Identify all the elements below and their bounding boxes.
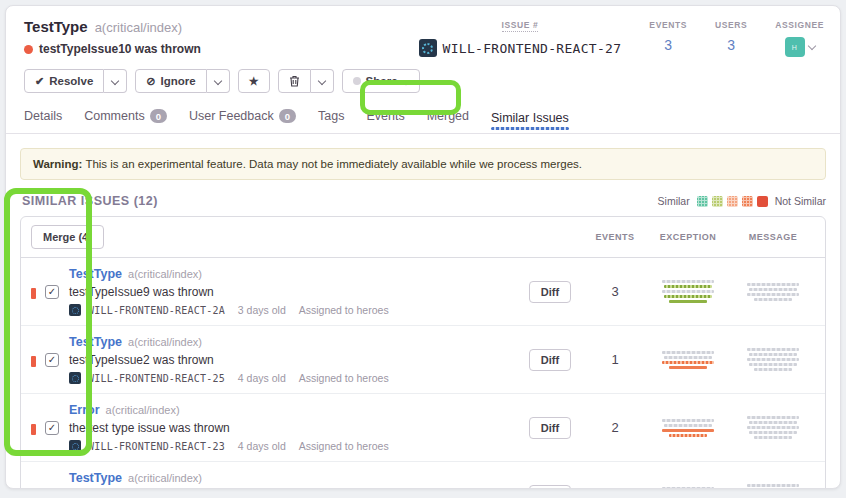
error-level-bar — [31, 356, 36, 367]
assignee-label: ASSIGNEE — [775, 20, 824, 30]
unresolved-dot-icon — [24, 45, 33, 54]
similar-issue-row: ✓ TestType a(critical/index) testTypeIss… — [21, 462, 825, 489]
column-header-events: EVENTS — [585, 232, 645, 242]
stat-users: USERS 3 — [715, 20, 747, 57]
row-checkbox[interactable]: ✓ — [45, 353, 59, 367]
similar-issue-row: ✓ TestType a(critical/index) testTypeIss… — [21, 326, 825, 394]
issue-detail-card: TestType a(critical/index) testTypeIssue… — [5, 5, 841, 489]
tab-events[interactable]: Events — [366, 109, 404, 133]
issue-header: TestType a(critical/index) testTypeIssue… — [6, 6, 840, 57]
platform-icon — [69, 440, 81, 452]
issue-title-link[interactable]: TestType — [69, 471, 122, 485]
issue-age: 4 days old — [238, 440, 286, 452]
action-toolbar: ✔ Resolve ⊘ Ignore ★ Share — [6, 57, 840, 93]
star-icon: ★ — [249, 76, 259, 87]
issue-title-link[interactable]: TestType — [69, 335, 122, 349]
diff-button[interactable]: Diff — [529, 485, 571, 490]
delete-button[interactable] — [278, 69, 311, 93]
tab-merged[interactable]: Merged — [427, 109, 469, 133]
row-checkbox[interactable]: ✓ — [45, 489, 59, 490]
error-level-bar — [31, 288, 36, 299]
legend-similar-label: Similar — [658, 195, 690, 207]
issue-title-link[interactable]: Error — [69, 403, 100, 417]
tab-comments[interactable]: Comments0 — [84, 109, 167, 133]
issue-assigned: Assigned to heroes — [299, 304, 389, 316]
issue-culprit: a(critical/index) — [95, 20, 182, 35]
row-checkbox[interactable]: ✓ — [45, 421, 59, 435]
issue-assigned: Assigned to heroes — [299, 440, 389, 452]
issue-header-left: TestType a(critical/index) testTypeIssue… — [24, 18, 201, 57]
check-icon: ✔ — [35, 76, 44, 87]
similar-issue-row: ✓ TestType a(critical/index) testTypeIss… — [21, 258, 825, 326]
message-similarity-thumbnail — [731, 348, 815, 371]
issue-title: TestType — [24, 18, 88, 35]
message-similarity-thumbnail — [731, 484, 815, 489]
row-events-count: 2 — [585, 420, 645, 435]
message-similarity-thumbnail — [731, 416, 815, 439]
circle-dot-icon — [353, 77, 361, 85]
resolve-button[interactable]: ✔ Resolve — [24, 69, 104, 93]
tab-details[interactable]: Details — [24, 109, 62, 133]
chevron-down-icon — [213, 76, 221, 84]
events-count-link[interactable]: 3 — [664, 37, 672, 53]
error-level-bar — [31, 424, 36, 435]
tab-tags[interactable]: Tags — [318, 109, 344, 133]
diff-button[interactable]: Diff — [529, 349, 571, 371]
resolve-dropdown-button[interactable] — [104, 69, 127, 93]
stat-issue-number: ISSUE # WILL-FRONTEND-REACT-27 — [419, 20, 622, 57]
diff-button[interactable]: Diff — [529, 281, 571, 303]
ban-icon: ⊘ — [146, 76, 155, 87]
panel-header: Merge (4) EVENTS EXCEPTION MESSAGE — [21, 217, 825, 258]
exception-similarity-thumbnail — [645, 487, 731, 490]
issue-title-link[interactable]: TestType — [69, 267, 122, 281]
issue-short-id: WILL-FRONTEND-REACT-23 — [88, 441, 225, 452]
row-events-count: 1 — [585, 488, 645, 489]
issue-message: testTypeIssue9 was thrown — [69, 285, 515, 299]
platform-icon — [69, 304, 81, 316]
tab-similar-issues[interactable]: Similar Issues — [491, 109, 569, 133]
issue-culprit: a(critical/index) — [128, 268, 202, 280]
ignore-button[interactable]: ⊘ Ignore — [135, 69, 206, 93]
events-label: EVENTS — [649, 20, 687, 30]
assignee-dropdown[interactable]: H — [785, 37, 815, 57]
platform-icon — [69, 372, 81, 384]
exception-similarity-thumbnail — [645, 351, 731, 369]
experimental-warning-banner: Warning: This is an experimental feature… — [20, 148, 826, 180]
comments-count-badge: 0 — [150, 109, 167, 123]
issue-message: testTypeIssue10 was thrown — [39, 42, 201, 56]
similar-issues-section-head: SIMILAR ISSUES (12) Similar Not Similar — [22, 194, 826, 208]
legend-not-similar-label: Not Similar — [775, 195, 826, 207]
users-count-link[interactable]: 3 — [727, 37, 735, 53]
issue-short-id: WILL-FRONTEND-REACT-2A — [88, 305, 225, 316]
issue-stats: ISSUE # WILL-FRONTEND-REACT-27 EVENTS 3 … — [419, 18, 824, 57]
project-platform-icon — [419, 39, 437, 57]
bookmark-star-button[interactable]: ★ — [238, 69, 270, 93]
delete-dropdown-button[interactable] — [311, 69, 334, 93]
issue-number-label: ISSUE # — [502, 20, 539, 32]
issue-age: 3 days old — [238, 304, 286, 316]
issue-short-id: WILL-FRONTEND-REACT-25 — [88, 373, 225, 384]
exception-similarity-thumbnail — [645, 419, 731, 437]
row-checkbox[interactable]: ✓ — [45, 285, 59, 299]
issue-message: the test type issue was thrown — [69, 421, 515, 435]
exception-similarity-thumbnail — [645, 280, 731, 303]
trash-icon — [289, 75, 300, 87]
feedback-count-badge: 0 — [279, 109, 296, 123]
issue-assigned: Assigned to heroes — [299, 372, 389, 384]
issue-culprit: a(critical/index) — [128, 336, 202, 348]
row-events-count: 1 — [585, 352, 645, 367]
issue-age: 4 days old — [238, 372, 286, 384]
stat-events: EVENTS 3 — [649, 20, 687, 57]
stat-assignee: ASSIGNEE H — [775, 20, 824, 57]
merge-button[interactable]: Merge (4) — [31, 225, 104, 249]
share-button[interactable]: Share — [342, 69, 420, 93]
issue-message: testTypeIssue2 was thrown — [69, 353, 515, 367]
ignore-dropdown-button[interactable] — [207, 69, 230, 93]
diff-button[interactable]: Diff — [529, 417, 571, 439]
column-header-message: MESSAGE — [731, 232, 815, 242]
issue-culprit: a(critical/index) — [128, 472, 202, 484]
tab-user-feedback[interactable]: User Feedback0 — [189, 109, 296, 133]
users-label: USERS — [715, 20, 747, 30]
issue-short-id: WILL-FRONTEND-REACT-27 — [443, 41, 622, 56]
similar-issues-panel: Merge (4) EVENTS EXCEPTION MESSAGE ✓ Tes… — [20, 216, 826, 489]
